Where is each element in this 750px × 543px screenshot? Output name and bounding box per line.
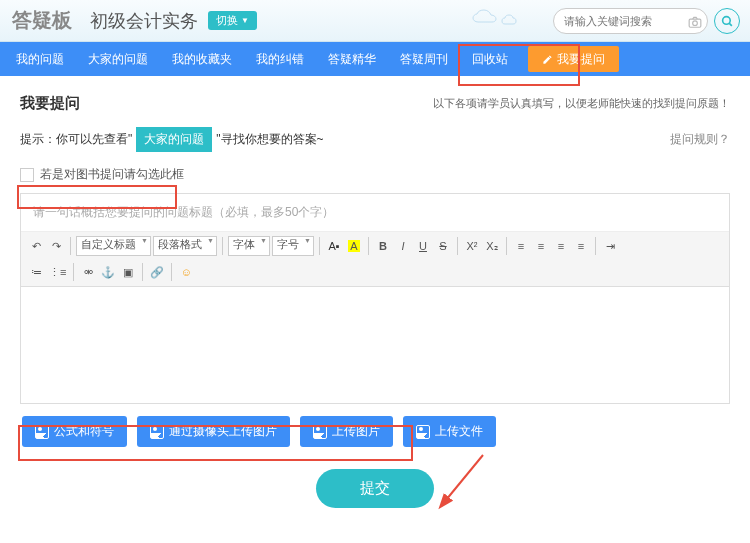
- book-checkbox-row: 若是对图书提问请勾选此框: [20, 166, 730, 183]
- question-rules-link[interactable]: 提问规则？: [670, 131, 730, 148]
- list-ul-button[interactable]: ≔: [27, 262, 45, 282]
- svg-point-0: [722, 16, 730, 24]
- subject-title: 初级会计实务: [90, 9, 198, 33]
- cloud-decoration: [470, 8, 530, 32]
- bgcolor-button[interactable]: A: [345, 236, 363, 256]
- editor-textarea[interactable]: [21, 287, 729, 403]
- image-upload-button[interactable]: 上传图片: [300, 416, 393, 447]
- size-select[interactable]: 字号: [272, 236, 314, 256]
- ask-question-button[interactable]: 我要提问: [528, 46, 619, 72]
- image-icon: [35, 425, 49, 439]
- image-icon: [416, 425, 430, 439]
- subscript-button[interactable]: X₂: [483, 236, 501, 256]
- image-button[interactable]: ▣: [119, 262, 137, 282]
- nav-essence[interactable]: 答疑精华: [316, 42, 388, 76]
- header: 答疑板 初级会计实务 切换▼: [0, 0, 750, 42]
- page-note: 以下各项请学员认真填写，以便老师能快速的找到提问原题！: [433, 96, 730, 111]
- editor-box: 请一句话概括您要提问的问题标题（必填，最多50个字） ↶ ↷ 自定义标题 段落格…: [20, 193, 730, 404]
- file-upload-button[interactable]: 上传文件: [403, 416, 496, 447]
- align-right-button[interactable]: ≡: [552, 236, 570, 256]
- nav-corrections[interactable]: 我的纠错: [244, 42, 316, 76]
- search-icon: [721, 15, 734, 28]
- image-icon: [150, 425, 164, 439]
- search-wrap: [553, 8, 740, 34]
- camera-upload-button[interactable]: 通过摄像头上传图片: [137, 416, 290, 447]
- tip-suffix: "寻找你想要的答案~: [216, 131, 323, 148]
- content: 我要提问 以下各项请学员认真填写，以便老师能快速的找到提问原题！ 提示：你可以先…: [0, 76, 750, 526]
- page-title: 我要提问: [20, 94, 80, 113]
- undo-button[interactable]: ↶: [27, 236, 45, 256]
- link-button[interactable]: 🔗: [148, 262, 166, 282]
- camera-icon[interactable]: [688, 14, 702, 32]
- upload-row: 公式和符号 通过摄像头上传图片 上传图片 上传文件: [20, 416, 730, 447]
- chevron-down-icon: ▼: [241, 16, 249, 25]
- tip-prefix: 提示：你可以先查看": [20, 131, 132, 148]
- image-icon: [313, 425, 327, 439]
- indent-button[interactable]: ⇥: [601, 236, 619, 256]
- search-button[interactable]: [714, 8, 740, 34]
- strike-button[interactable]: S: [434, 236, 452, 256]
- anchor-button[interactable]: ⚓: [99, 262, 117, 282]
- tip-tag-link[interactable]: 大家的问题: [136, 127, 212, 152]
- tip-row: 提示：你可以先查看" 大家的问题 "寻找你想要的答案~ 提问规则？: [20, 127, 730, 152]
- list-ol-button[interactable]: ⋮≡: [47, 262, 68, 282]
- nav-all-questions[interactable]: 大家的问题: [76, 42, 160, 76]
- font-select[interactable]: 字体: [228, 236, 270, 256]
- svg-line-1: [729, 23, 732, 26]
- logo: 答疑板: [12, 7, 72, 34]
- nav-favorites[interactable]: 我的收藏夹: [160, 42, 244, 76]
- search-input[interactable]: [553, 8, 708, 34]
- svg-point-3: [693, 21, 698, 26]
- book-checkbox[interactable]: [20, 168, 34, 182]
- underline-button[interactable]: U: [414, 236, 432, 256]
- superscript-button[interactable]: X²: [463, 236, 481, 256]
- nav-my-questions[interactable]: 我的问题: [4, 42, 76, 76]
- book-checkbox-label: 若是对图书提问请勾选此框: [40, 166, 184, 183]
- formula-button[interactable]: 公式和符号: [22, 416, 127, 447]
- unlink-button[interactable]: ⚮: [79, 262, 97, 282]
- submit-button[interactable]: 提交: [316, 469, 434, 508]
- align-center-button[interactable]: ≡: [532, 236, 550, 256]
- editor-toolbar: ↶ ↷ 自定义标题 段落格式 字体 字号 A▪ A B I U S X² X₂ …: [21, 232, 729, 287]
- nav-bar: 我的问题 大家的问题 我的收藏夹 我的纠错 答疑精华 答疑周刊 回收站 我要提问: [0, 42, 750, 76]
- emoji-button[interactable]: ☺: [177, 262, 195, 282]
- paragraph-select[interactable]: 段落格式: [153, 236, 217, 256]
- style-select[interactable]: 自定义标题: [76, 236, 151, 256]
- redo-button[interactable]: ↷: [47, 236, 65, 256]
- nav-weekly[interactable]: 答疑周刊: [388, 42, 460, 76]
- italic-button[interactable]: I: [394, 236, 412, 256]
- bold-button[interactable]: B: [374, 236, 392, 256]
- align-left-button[interactable]: ≡: [512, 236, 530, 256]
- switch-button[interactable]: 切换▼: [208, 11, 257, 30]
- nav-trash[interactable]: 回收站: [460, 42, 520, 76]
- title-input[interactable]: 请一句话概括您要提问的问题标题（必填，最多50个字）: [21, 194, 729, 232]
- color-button[interactable]: A▪: [325, 236, 343, 256]
- pencil-icon: [542, 54, 553, 65]
- align-justify-button[interactable]: ≡: [572, 236, 590, 256]
